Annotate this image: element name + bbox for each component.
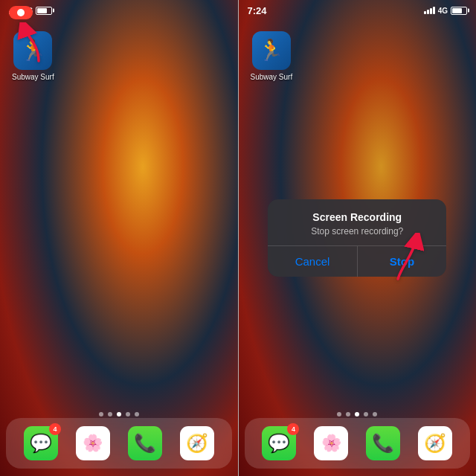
dot-0 — [99, 412, 103, 416]
recording-dot — [17, 9, 25, 16]
arrow-stop — [383, 233, 424, 284]
messages-badge-left: 4 — [49, 423, 61, 435]
left-panel: 4G 🏃 Subway Surf — [0, 0, 238, 476]
battery-icon — [36, 7, 52, 15]
safari-icon-left[interactable]: 🧭 — [180, 426, 214, 460]
phone-icon-left[interactable]: 📞 — [128, 426, 162, 460]
cancel-button[interactable]: Cancel — [268, 246, 358, 277]
dot-2-active — [117, 412, 121, 416]
messages-icon-left[interactable]: 💬 4 — [24, 426, 58, 460]
dot-4 — [135, 412, 139, 416]
app-label-left: Subway Surf — [12, 73, 54, 81]
battery-fill — [37, 8, 47, 13]
recording-indicator[interactable] — [9, 6, 33, 19]
arrow-up-left — [16, 22, 54, 66]
dialog-overlay: Screen Recording Stop screen recording? … — [239, 0, 477, 476]
dot-3 — [126, 412, 130, 416]
dock-left: 💬 4 🌸 📞 🧭 — [6, 418, 232, 469]
dialog-title: Screen Recording — [280, 211, 434, 223]
status-bar-left: 4G — [0, 0, 238, 21]
page-dots-left — [0, 412, 238, 416]
dot-1 — [108, 412, 112, 416]
photos-icon-left[interactable]: 🌸 — [76, 426, 110, 460]
right-panel: 7:24 4G 🏃 Subway Surf — [239, 0, 477, 476]
